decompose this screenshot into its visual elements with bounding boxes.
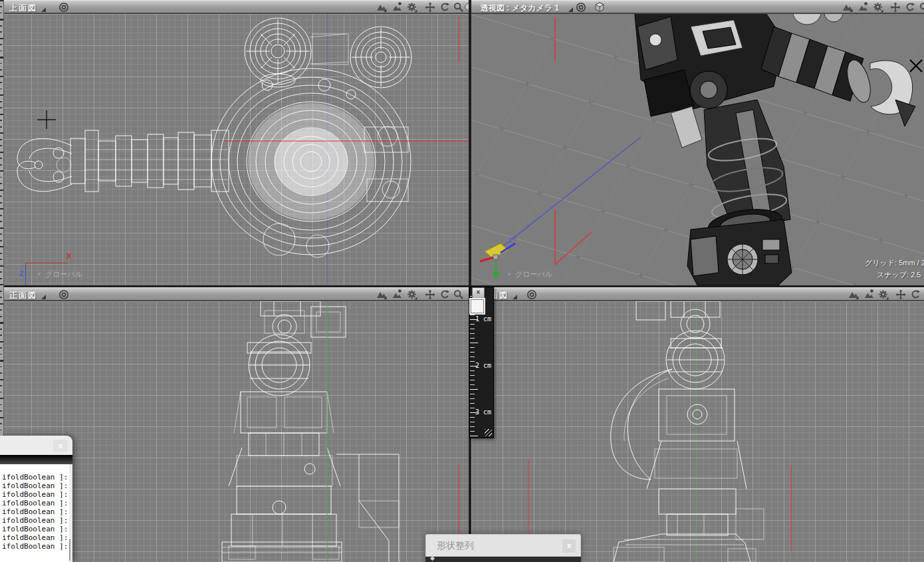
world-axis-x-mark [910,60,922,72]
top-view-wireframe [0,14,469,285]
shaded-display-cube-icon[interactable] [594,2,605,13]
coordinate-mode-label[interactable]: グローバル [45,269,82,279]
crosshair-cursor [37,110,56,129]
viewport-title: 透視図 : メタカメラ 1 [481,3,559,14]
viewport-title: 正面図 [9,290,37,301]
top-view-canvas[interactable]: X Z ▼ グローバル [0,14,469,285]
rotate-view-icon[interactable] [905,2,915,13]
viewport-perspective: 透視図 : メタカメラ 1 [471,0,924,285]
log-row: ifoldBoolean ]: I [2,490,69,499]
display-mode-icon[interactable] [842,2,853,13]
front-view-header: 正面図 [0,287,469,301]
viewport-title: 上面図 [9,3,37,14]
log-row: ifoldBoolean ]: I [2,482,69,490]
pan-view-icon[interactable] [425,289,435,300]
zoom-view-icon[interactable] [453,2,464,13]
coordinate-mode-arrow[interactable]: ▼ [507,271,512,277]
rotation-center-icon[interactable] [58,2,69,13]
axis-z-line [25,263,26,285]
ruler-label-1cm: 1 cm [475,315,491,323]
display-mode-plus-icon[interactable] [392,2,402,13]
side-view-canvas[interactable] [471,301,924,562]
rotate-view-icon[interactable] [439,289,450,300]
ruler-label-3cm: 3 cm [475,408,491,416]
ruler-resize-grip[interactable] [485,429,492,436]
log-scrollbar[interactable] [69,539,70,561]
dialog-bottom-bar: ◆ [425,557,581,562]
shading-sphere-icon[interactable] [464,2,469,13]
view-menu-arrow-icon[interactable] [41,7,46,12]
ruler-close-button[interactable]: × [472,287,485,299]
side-view-header: 側面図 [471,287,924,301]
zoom-view-icon[interactable] [919,2,924,13]
log-row: ifoldBoolean ]: I [2,525,69,533]
log-window-bar [0,455,72,464]
perspective-canvas[interactable]: Z ▼ グローバル グリッド: 5mm / 25 スナップ: 2.5 [471,14,924,285]
display-mode-icon[interactable] [376,289,387,300]
coordinate-mode-arrow[interactable]: ▼ [37,271,42,277]
perspective-header: 透視図 : メタカメラ 1 [471,0,924,14]
world-z-axis-line [497,137,641,251]
log-window: x ifoldBoolean ]: I ifoldBoolean ]: I if… [0,436,72,562]
axis-x-label: X [66,252,71,260]
zoom-view-icon[interactable] [453,289,464,300]
dialog-title: 形状整列 [437,535,474,557]
pan-view-icon[interactable] [890,2,901,13]
side-view-wireframe [471,301,924,562]
display-mode-plus-icon[interactable] [858,2,868,13]
perspective-scene [471,14,924,285]
viewport-side-view: 側面図 [471,287,924,562]
snap-info-text: スナップ: 2.5 [877,270,921,280]
display-mode-icon[interactable] [376,2,387,13]
axis-marker-line [459,17,459,61]
ruler-color-swatch-button[interactable] [471,299,484,313]
view-settings-gear-icon[interactable] [878,289,889,300]
view-settings-gear-icon[interactable] [873,2,883,13]
pan-view-icon[interactable] [895,289,906,300]
ruler-label-2cm: 2 cm [475,362,491,369]
log-row: ifoldBoolean ]: I [2,499,69,507]
pan-view-icon[interactable] [425,2,435,13]
log-row: ifoldBoolean ]: I [2,516,69,525]
rotation-center-icon[interactable] [526,289,537,300]
grid-cross-marks [471,36,909,285]
top-view-header: 上面図 [0,0,469,14]
axis-z-label: Z [19,269,24,277]
shaded-model [634,14,915,285]
log-close-button[interactable]: x [53,440,68,452]
view-settings-gear-icon[interactable] [407,2,417,13]
grid-info-text: グリッド: 5mm / 25 [865,258,924,268]
shape-align-dialog: 形状整列 x ◆ [425,534,581,562]
display-mode-plus-icon[interactable] [392,289,402,300]
dialog-anchor-icon: ◆ [430,555,435,561]
axis-x-line [25,263,68,263]
display-mode-plus-icon[interactable] [864,289,874,300]
log-row: ifoldBoolean ]: I [2,507,69,516]
gizmo-z-label: Z [509,236,513,244]
rotate-view-icon[interactable] [439,2,450,13]
view-menu-arrow-icon[interactable] [41,295,46,299]
log-row: ifoldBoolean ]: I [2,473,69,482]
display-mode-icon[interactable] [848,289,859,300]
ruler-tool-panel[interactable]: 1 cm 2 cm 3 cm × [469,287,494,438]
rotate-view-icon[interactable] [910,289,921,300]
view-settings-gear-icon[interactable] [407,289,417,300]
log-row: ifoldBoolean ]: I [2,533,69,542]
rotation-center-icon[interactable] [58,289,69,300]
red-marker-lines [555,17,592,265]
coordinate-mode-label[interactable]: グローバル [515,269,552,279]
dialog-titlebar[interactable]: 形状整列 x [425,534,581,557]
view-menu-arrow-icon[interactable] [568,7,573,12]
view-menu-arrow-icon[interactable] [513,295,517,299]
dialog-close-button[interactable]: x [562,539,576,553]
viewport-top-view: 上面図 [0,0,469,285]
log-row: ifoldBoolean ]: I [2,542,69,551]
rotation-center-icon[interactable] [576,2,586,13]
log-list: ifoldBoolean ]: I ifoldBoolean ]: I ifol… [0,464,69,562]
